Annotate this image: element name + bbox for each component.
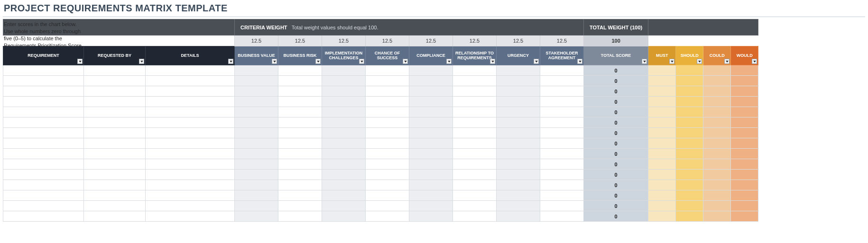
- filter-icon[interactable]: [272, 59, 277, 64]
- cell-score[interactable]: [235, 170, 278, 180]
- cell-score[interactable]: [453, 107, 497, 117]
- cell-score[interactable]: [278, 97, 322, 107]
- cell-would[interactable]: [731, 180, 758, 190]
- weight-cell[interactable]: 12.5: [322, 36, 366, 46]
- cell-requirement[interactable]: [3, 190, 84, 201]
- cell-should[interactable]: [676, 65, 703, 76]
- cell-score[interactable]: [366, 190, 409, 201]
- cell-score[interactable]: [453, 117, 497, 128]
- cell-score[interactable]: [453, 170, 497, 180]
- cell-score[interactable]: [497, 117, 540, 128]
- cell-details[interactable]: [146, 128, 235, 138]
- filter-icon[interactable]: [642, 59, 647, 64]
- col-header-criteria[interactable]: URGENCY: [497, 46, 540, 65]
- cell-score[interactable]: [278, 170, 322, 180]
- cell-requirement[interactable]: [3, 149, 84, 159]
- cell-would[interactable]: [731, 190, 758, 201]
- cell-score[interactable]: [540, 76, 584, 86]
- weight-cell[interactable]: 12.5: [278, 36, 322, 46]
- cell-should[interactable]: [676, 180, 703, 190]
- col-header-criteria[interactable]: BUSINESS VALUE: [235, 46, 278, 65]
- weight-cell[interactable]: 12.5: [409, 36, 453, 46]
- cell-could[interactable]: [703, 97, 731, 107]
- filter-icon[interactable]: [669, 59, 674, 64]
- cell-score[interactable]: [497, 128, 540, 138]
- cell-score[interactable]: [409, 76, 453, 86]
- cell-should[interactable]: [676, 107, 703, 117]
- cell-score[interactable]: [235, 107, 278, 117]
- cell-score[interactable]: [409, 149, 453, 159]
- cell-score[interactable]: [540, 97, 584, 107]
- cell-would[interactable]: [731, 170, 758, 180]
- cell-score[interactable]: [235, 211, 278, 222]
- cell-details[interactable]: [146, 180, 235, 190]
- cell-details[interactable]: [146, 65, 235, 76]
- cell-would[interactable]: [731, 159, 758, 170]
- cell-score[interactable]: [409, 180, 453, 190]
- cell-details[interactable]: [146, 76, 235, 86]
- col-header-should[interactable]: SHOULD: [676, 46, 703, 65]
- cell-score[interactable]: [497, 170, 540, 180]
- cell-must[interactable]: [648, 138, 676, 149]
- col-header-criteria[interactable]: CHANCE OF SUCCESS: [366, 46, 409, 65]
- cell-requirement[interactable]: [3, 180, 84, 190]
- cell-details[interactable]: [146, 107, 235, 117]
- cell-score[interactable]: [278, 65, 322, 76]
- cell-score[interactable]: [366, 65, 409, 76]
- cell-score[interactable]: [497, 149, 540, 159]
- cell-could[interactable]: [703, 201, 731, 211]
- filter-icon[interactable]: [534, 59, 539, 64]
- cell-score[interactable]: [366, 138, 409, 149]
- cell-details[interactable]: [146, 138, 235, 149]
- filter-icon[interactable]: [490, 59, 495, 64]
- cell-requirement[interactable]: [3, 86, 84, 97]
- col-header-criteria[interactable]: RELATIONSHIP TO REQUIREMENTS: [453, 46, 497, 65]
- cell-would[interactable]: [731, 117, 758, 128]
- col-header-total-score[interactable]: TOTAL SCORE: [584, 46, 648, 65]
- cell-score[interactable]: [453, 211, 497, 222]
- filter-icon[interactable]: [139, 59, 144, 64]
- col-header-would[interactable]: WOULD: [731, 46, 758, 65]
- cell-score[interactable]: [409, 211, 453, 222]
- cell-score[interactable]: [366, 170, 409, 180]
- cell-details[interactable]: [146, 97, 235, 107]
- weight-cell[interactable]: 12.5: [497, 36, 540, 46]
- cell-should[interactable]: [676, 76, 703, 86]
- cell-must[interactable]: [648, 107, 676, 117]
- cell-score[interactable]: [278, 128, 322, 138]
- cell-score[interactable]: [366, 149, 409, 159]
- cell-score[interactable]: [278, 190, 322, 201]
- cell-requirement[interactable]: [3, 97, 84, 107]
- cell-score[interactable]: [453, 149, 497, 159]
- cell-must[interactable]: [648, 201, 676, 211]
- cell-requested-by[interactable]: [84, 138, 146, 149]
- cell-could[interactable]: [703, 159, 731, 170]
- filter-icon[interactable]: [577, 59, 582, 64]
- cell-requested-by[interactable]: [84, 201, 146, 211]
- weight-cell[interactable]: 12.5: [235, 36, 278, 46]
- col-header-criteria[interactable]: BUSINESS RISK: [278, 46, 322, 65]
- cell-score[interactable]: [409, 190, 453, 201]
- cell-score[interactable]: [497, 211, 540, 222]
- cell-score[interactable]: [278, 180, 322, 190]
- cell-requested-by[interactable]: [84, 149, 146, 159]
- cell-should[interactable]: [676, 149, 703, 159]
- cell-score[interactable]: [322, 159, 366, 170]
- weight-cell[interactable]: 12.5: [453, 36, 497, 46]
- cell-score[interactable]: [322, 117, 366, 128]
- cell-must[interactable]: [648, 117, 676, 128]
- cell-score[interactable]: [366, 180, 409, 190]
- cell-details[interactable]: [146, 190, 235, 201]
- cell-score[interactable]: [453, 138, 497, 149]
- cell-score[interactable]: [453, 128, 497, 138]
- cell-score[interactable]: [540, 211, 584, 222]
- cell-requested-by[interactable]: [84, 190, 146, 201]
- cell-score[interactable]: [497, 86, 540, 97]
- cell-score[interactable]: [540, 190, 584, 201]
- cell-score[interactable]: [497, 97, 540, 107]
- cell-details[interactable]: [146, 170, 235, 180]
- cell-score[interactable]: [497, 159, 540, 170]
- cell-score[interactable]: [497, 201, 540, 211]
- cell-must[interactable]: [648, 76, 676, 86]
- cell-must[interactable]: [648, 149, 676, 159]
